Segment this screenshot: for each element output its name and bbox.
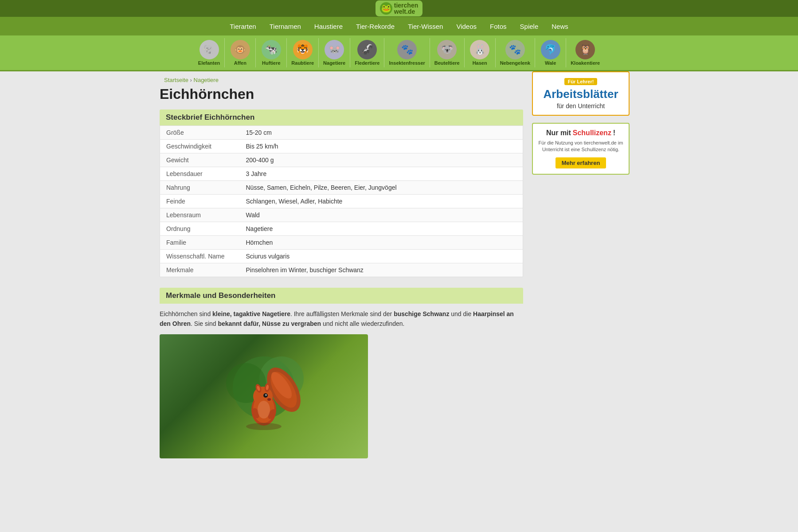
animal-image: [160, 334, 368, 458]
animal-item-affen[interactable]: 🐵Affen: [225, 38, 256, 67]
animal-item-raubtiere[interactable]: 🐯Raubtiere: [287, 38, 319, 67]
steckbrief-value: 15-20 cm: [240, 126, 523, 140]
steckbrief-row: GeschwindigkeitBis 25 km/h: [160, 140, 523, 153]
steckbrief-table: Größe15-20 cmGeschwindigkeitBis 25 km/hG…: [160, 125, 523, 277]
animal-label-nagetiere: Nagetiere: [323, 60, 345, 66]
nur-mit-label: Nur mit: [546, 129, 571, 137]
nav-item-videos[interactable]: Videos: [450, 20, 483, 33]
animal-item-huftiere[interactable]: 🐄Huftiere: [256, 38, 287, 67]
svg-point-18: [258, 401, 270, 419]
merkmale-header: Merkmale und Besonderheiten: [160, 288, 523, 304]
ad-box-1[interactable]: Für Lehrer! Arbeitsblätter für den Unter…: [532, 71, 630, 116]
animal-icon-wale: 🐬: [541, 40, 560, 59]
steckbrief-row: Gewicht200-400 g: [160, 153, 523, 167]
animal-item-hasen[interactable]: 🐰Hasen: [465, 38, 496, 67]
animal-label-elefanten: Elefanten: [198, 60, 220, 66]
merkmale-text-5: und nicht alle wiederzufinden.: [321, 320, 404, 327]
steckbrief-label: Größe: [160, 126, 240, 140]
nav-item-tiernamen[interactable]: Tiernamen: [263, 20, 307, 33]
animal-icon-insektenfresser: 🐾: [397, 40, 417, 59]
steckbrief-label: Feinde: [160, 195, 240, 208]
animal-label-nebengelenk: Nebengelenk: [500, 60, 530, 66]
animal-label-beuteltiere: Beuteltiere: [434, 60, 460, 66]
steckbrief-label: Lebensdauer: [160, 167, 240, 181]
animal-icon-kloakentiere: 🦉: [575, 40, 595, 59]
animal-item-fledertiere[interactable]: 🦨Fledertiere: [350, 38, 384, 67]
merkmale-text: Eichhörnchen sind kleine, tagaktive Nage…: [160, 304, 523, 334]
animal-label-hasen: Hasen: [473, 60, 487, 66]
animal-item-wale[interactable]: 🐬Wale: [535, 38, 566, 67]
school-license-text: Nur mit Schullizenz !: [538, 129, 623, 137]
ad-title: Arbeitsblätter: [538, 88, 623, 101]
steckbrief-label: Geschwindigkeit: [160, 140, 240, 153]
nav-item-tierrekorde[interactable]: Tier-Rekorde: [350, 20, 401, 33]
animal-label-wale: Wale: [545, 60, 556, 66]
steckbrief-label: Lebensraum: [160, 208, 240, 222]
animal-item-nebengelenk[interactable]: 🐾Nebengelenk: [496, 38, 535, 67]
steckbrief-value: Nagetiere: [240, 222, 523, 236]
steckbrief-value: Wald: [240, 208, 523, 222]
steckbrief-value: 3 Jahre: [240, 167, 523, 181]
nav-item-spiele[interactable]: Spiele: [514, 20, 545, 33]
school-desc: Für die Nutzung von tierchenwelt.de im U…: [538, 140, 623, 153]
animal-icon-hasen: 🐰: [470, 40, 489, 59]
merkmale-section: Merkmale und Besonderheiten Eichhörnchen…: [160, 288, 523, 458]
nav-item-news[interactable]: News: [545, 20, 575, 33]
animal-item-insektenfresser[interactable]: 🐾Insektenfresser: [384, 38, 430, 67]
steckbrief-label: Familie: [160, 236, 240, 250]
breadcrumb-home[interactable]: Startseite: [164, 77, 188, 83]
steckbrief-row: Größe15-20 cm: [160, 126, 523, 140]
animal-item-beuteltiere[interactable]: 🐨Beuteltiere: [430, 38, 465, 67]
svg-point-15: [267, 398, 271, 401]
steckbrief-label: Wissenschaftl. Name: [160, 250, 240, 263]
animal-item-kloakentiere[interactable]: 🦉Kloakentiere: [566, 38, 604, 67]
animal-bar: 🐘Elefanten🐵Affen🐄Huftiere🐯Raubtiere🐭Nage…: [0, 35, 798, 71]
animal-label-raubtiere: Raubtiere: [291, 60, 314, 66]
steckbrief-value: Pinselohren im Winter, buschiger Schwanz: [240, 263, 523, 277]
merkmale-text-3: und die: [449, 310, 473, 317]
animal-item-nagetiere[interactable]: 🐭Nagetiere: [319, 38, 350, 67]
content: Startseite › Nagetiere Eichhörnchen Stec…: [160, 71, 523, 467]
animal-item-elefanten[interactable]: 🐘Elefanten: [194, 38, 225, 67]
steckbrief-value: Hörnchen: [240, 236, 523, 250]
ad-tag: Für Lehrer!: [564, 78, 598, 85]
sidebar: Für Lehrer! Arbeitsblätter für den Unter…: [532, 71, 630, 467]
steckbrief-label: Nahrung: [160, 181, 240, 195]
mehr-erfahren-button[interactable]: Mehr erfahren: [555, 157, 606, 168]
animal-icon-nebengelenk: 🐾: [505, 40, 525, 59]
animal-label-insektenfresser: Insektenfresser: [389, 60, 425, 66]
animal-label-kloakentiere: Kloakentiere: [571, 60, 600, 66]
page-title: Eichhörnchen: [160, 86, 523, 102]
steckbrief-row: LebensraumWald: [160, 208, 523, 222]
steckbrief-row: FamilieHörnchen: [160, 236, 523, 250]
ad-subtitle: für den Unterricht: [538, 102, 623, 110]
nav-item-tierwissen[interactable]: Tier-Wissen: [402, 20, 449, 33]
merkmale-text-2: . Ihre auffälligsten Merkmale sind der: [290, 310, 394, 317]
breadcrumb-current[interactable]: Nagetiere: [194, 77, 219, 83]
logo[interactable]: 🐸 tierchen welt.de: [376, 0, 422, 16]
nav-item-fotos[interactable]: Fotos: [484, 20, 513, 33]
animal-icon-nagetiere: 🐭: [325, 40, 344, 59]
animal-icon-beuteltiere: 🐨: [437, 40, 457, 59]
svg-point-14: [265, 394, 267, 396]
merkmale-text-1: Eichhörnchen sind: [160, 310, 212, 317]
merkmale-bold-4: bekannt dafür, Nüsse zu vergraben: [218, 320, 321, 327]
animal-icon-fledertiere: 🦨: [357, 40, 377, 59]
steckbrief-label: Ordnung: [160, 222, 240, 236]
steckbrief-value: Schlangen, Wiesel, Adler, Habichte: [240, 195, 523, 208]
logo-frog-icon: 🐸: [380, 2, 392, 15]
nav-item-tierarten[interactable]: Tierarten: [223, 20, 262, 33]
steckbrief-value: 200-400 g: [240, 153, 523, 167]
steckbrief-row: FeindeSchlangen, Wiesel, Adler, Habichte: [160, 195, 523, 208]
merkmale-bold-1: kleine, tagaktive Nagetiere: [212, 310, 290, 317]
steckbrief-header: Steckbrief Eichhörnchen: [160, 110, 523, 125]
logo-container[interactable]: 🐸 tierchen welt.de: [376, 0, 422, 16]
steckbrief-row: NahrungNüsse, Samen, Eicheln, Pilze, Bee…: [160, 181, 523, 195]
ausruf-label: !: [613, 129, 615, 137]
steckbrief-label: Gewicht: [160, 153, 240, 167]
animal-label-fledertiere: Fledertiere: [355, 60, 379, 66]
nav-item-haustiere[interactable]: Haustiere: [308, 20, 349, 33]
animal-icon-elefanten: 🐘: [200, 40, 219, 59]
svg-point-19: [246, 423, 282, 430]
breadcrumb: Startseite › Nagetiere: [160, 77, 523, 83]
